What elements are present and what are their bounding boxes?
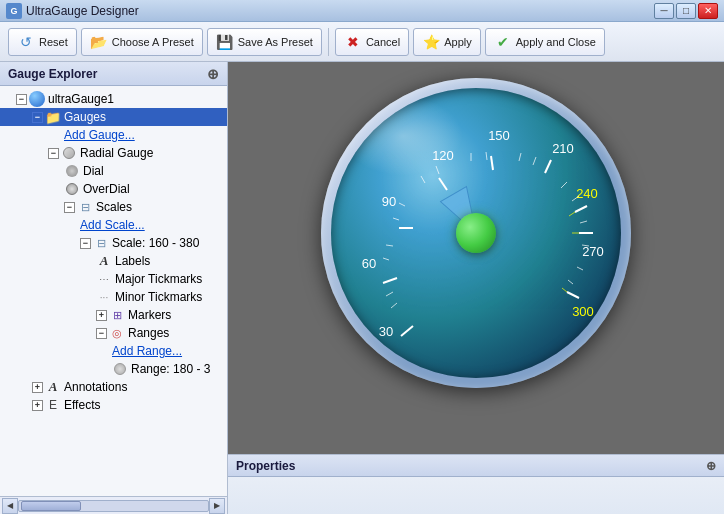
scroll-left-button[interactable]: ◀ xyxy=(2,498,18,514)
svg-line-29 xyxy=(533,157,536,165)
expand-scale-range[interactable]: − xyxy=(80,238,91,249)
save-icon: 💾 xyxy=(216,33,234,51)
svg-line-18 xyxy=(391,303,397,308)
expand-ultragauge1[interactable]: − xyxy=(16,94,27,105)
gauge-display-panel: 30 60 90 120 150 210 240 xyxy=(228,62,724,514)
minimize-button[interactable]: ─ xyxy=(654,3,674,19)
tree-container: − ultraGauge1 − 📁 Gauges Add Gau xyxy=(0,86,227,496)
apply-close-button[interactable]: ✔ Apply and Close xyxy=(485,28,605,56)
reset-icon: ↺ xyxy=(17,33,35,51)
svg-text:90: 90 xyxy=(382,194,396,209)
properties-pin-icon[interactable]: ⊕ xyxy=(706,459,716,473)
svg-line-30 xyxy=(561,182,567,188)
svg-line-32 xyxy=(580,221,587,223)
node-icon-ranges: ◎ xyxy=(109,325,125,341)
cancel-icon: ✖ xyxy=(344,33,362,51)
svg-line-22 xyxy=(393,218,399,220)
expand-radial-gauge[interactable]: − xyxy=(48,148,59,159)
node-icon-range-180 xyxy=(112,361,128,377)
tree-item-add-range[interactable]: Add Range... xyxy=(0,342,227,360)
tree-item-effects[interactable]: + E Effects xyxy=(0,396,227,414)
tree-item-add-gauge[interactable]: Add Gauge... xyxy=(0,126,227,144)
reset-button[interactable]: ↺ Reset xyxy=(8,28,77,56)
label-scale-range: Scale: 160 - 380 xyxy=(112,236,199,250)
label-ranges: Ranges xyxy=(128,326,169,340)
expand-markers[interactable]: + xyxy=(96,310,107,321)
h-scrollbar-thumb[interactable] xyxy=(21,501,81,511)
svg-line-38 xyxy=(562,288,567,292)
label-effects: Effects xyxy=(64,398,100,412)
tree-item-labels[interactable]: A Labels xyxy=(0,252,227,270)
svg-line-36 xyxy=(569,212,575,216)
gauge-inner-face: 30 60 90 120 150 210 240 xyxy=(331,88,621,378)
label-add-gauge[interactable]: Add Gauge... xyxy=(64,128,135,142)
main-content: Gauge Explorer ⊕ − ultraGauge1 − 📁 Gauge… xyxy=(0,62,724,514)
expand-annotations[interactable]: + xyxy=(32,382,43,393)
tree-item-overdial[interactable]: OverDial xyxy=(0,180,227,198)
tree-item-radial-gauge[interactable]: − Radial Gauge xyxy=(0,144,227,162)
tree-item-minor-tickmarks[interactable]: ··· Minor Tickmarks xyxy=(0,288,227,306)
toolbar: ↺ Reset 📂 Choose A Preset 💾 Save As Pres… xyxy=(0,22,724,62)
svg-line-21 xyxy=(386,245,393,246)
cancel-label: Cancel xyxy=(366,36,400,48)
apply-close-icon: ✔ xyxy=(494,33,512,51)
svg-line-10 xyxy=(383,278,397,283)
scroll-right-button[interactable]: ▶ xyxy=(209,498,225,514)
apply-icon: ⭐ xyxy=(422,33,440,51)
choose-preset-button[interactable]: 📂 Choose A Preset xyxy=(81,28,203,56)
label-add-range[interactable]: Add Range... xyxy=(112,344,182,358)
node-icon-effects: E xyxy=(45,397,61,413)
label-gauges: Gauges xyxy=(64,110,106,124)
h-scrollbar[interactable] xyxy=(18,500,209,512)
expand-ranges[interactable]: − xyxy=(96,328,107,339)
choose-preset-label: Choose A Preset xyxy=(112,36,194,48)
tree-item-scales[interactable]: − ⊟ Scales xyxy=(0,198,227,216)
svg-line-14 xyxy=(545,160,551,173)
save-preset-button[interactable]: 💾 Save As Preset xyxy=(207,28,322,56)
cancel-button[interactable]: ✖ Cancel xyxy=(335,28,409,56)
svg-line-35 xyxy=(568,280,573,284)
node-icon-labels: A xyxy=(96,253,112,269)
tree-item-ultragauge1[interactable]: − ultraGauge1 xyxy=(0,90,227,108)
expand-gauges[interactable]: − xyxy=(32,112,43,123)
node-icon-ultragauge1 xyxy=(29,91,45,107)
app-icon: G xyxy=(6,3,22,19)
tree-item-add-scale[interactable]: Add Scale... xyxy=(0,216,227,234)
gauge-center-dot xyxy=(456,213,496,253)
title-bar: G UltraGauge Designer ─ □ ✕ xyxy=(0,0,724,22)
label-annotations: Annotations xyxy=(64,380,127,394)
node-icon-annotations: A xyxy=(45,379,61,395)
label-dial: Dial xyxy=(83,164,104,178)
label-overdial: OverDial xyxy=(83,182,130,196)
node-icon-scales: ⊟ xyxy=(77,199,93,215)
close-button[interactable]: ✕ xyxy=(698,3,718,19)
expand-effects[interactable]: + xyxy=(32,400,43,411)
maximize-button[interactable]: □ xyxy=(676,3,696,19)
node-icon-major-tickmarks: ⋯ xyxy=(96,271,112,287)
svg-line-20 xyxy=(383,258,389,260)
tree-item-range-180[interactable]: Range: 180 - 3 xyxy=(0,360,227,378)
label-markers: Markers xyxy=(128,308,171,322)
svg-text:240: 240 xyxy=(576,186,598,201)
svg-text:150: 150 xyxy=(488,128,510,143)
tree-item-annotations[interactable]: + A Annotations xyxy=(0,378,227,396)
properties-header: Properties ⊕ xyxy=(228,455,724,477)
tree-item-ranges[interactable]: − ◎ Ranges xyxy=(0,324,227,342)
explorer-title: Gauge Explorer xyxy=(8,67,97,81)
apply-button[interactable]: ⭐ Apply xyxy=(413,28,481,56)
svg-line-15 xyxy=(575,206,587,212)
node-icon-markers: ⊞ xyxy=(109,307,125,323)
tree-item-major-tickmarks[interactable]: ⋯ Major Tickmarks xyxy=(0,270,227,288)
explorer-pin-icon[interactable]: ⊕ xyxy=(207,66,219,82)
svg-text:120: 120 xyxy=(432,148,454,163)
svg-line-17 xyxy=(567,292,579,298)
tree-item-scale-range[interactable]: − ⊟ Scale: 160 - 380 xyxy=(0,234,227,252)
svg-line-23 xyxy=(399,203,405,206)
tree-item-markers[interactable]: + ⊞ Markers xyxy=(0,306,227,324)
tree-item-dial[interactable]: Dial xyxy=(0,162,227,180)
tree-item-gauges[interactable]: − 📁 Gauges xyxy=(0,108,227,126)
expand-scales[interactable]: − xyxy=(64,202,75,213)
label-add-scale[interactable]: Add Scale... xyxy=(80,218,145,232)
label-range-180: Range: 180 - 3 xyxy=(131,362,210,376)
svg-line-34 xyxy=(577,267,583,270)
